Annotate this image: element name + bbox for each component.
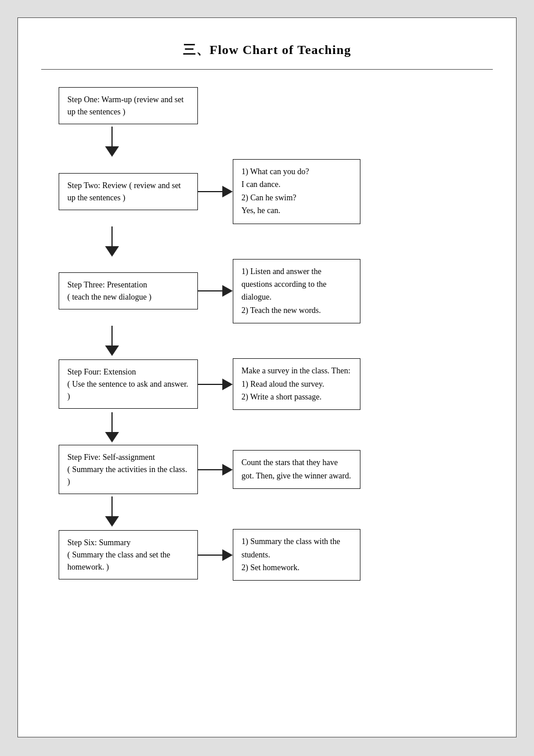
step1-row: Step One: Warm-up (review and set up the…: [59, 87, 198, 124]
down-line: [111, 326, 113, 345]
step6-box: Step Six: Summary ( Summary the class an…: [59, 530, 198, 579]
step5-side: Count the stars that they have got. Then…: [233, 450, 360, 489]
arrow-down-4: [105, 410, 119, 445]
step4-side: Make a survey in the class. Then: 1) Rea…: [233, 358, 360, 410]
step2-side: 1) What can you do? I can dance. 2) Can …: [233, 159, 360, 224]
step3-row: Step Three: Presentation ( teach the new…: [59, 259, 360, 324]
step6-side: 1) Summary the class with the students. …: [233, 529, 360, 581]
page-title: 三、Flow Chart of Teaching: [41, 35, 493, 70]
step5-box: Step Five: Self-assignment ( Summary the…: [59, 445, 198, 494]
step2-row: Step Two: Review ( review and set up the…: [59, 159, 360, 224]
step3-side: 1) Listen and answer the questions accor…: [233, 259, 360, 324]
step1-box: Step One: Warm-up (review and set up the…: [59, 87, 198, 124]
down-head: [105, 345, 119, 356]
down-head: [105, 516, 119, 527]
flowchart: Step One: Warm-up (review and set up the…: [41, 87, 493, 581]
arrow-down-5: [105, 494, 119, 529]
page: 三、Flow Chart of Teaching Step One: Warm-…: [17, 17, 517, 737]
step6-row: Step Six: Summary ( Summary the class an…: [59, 529, 360, 581]
down-line: [111, 226, 113, 246]
step4-box: Step Four: Extension ( Use the sentence …: [59, 359, 198, 409]
down-line: [111, 496, 113, 516]
arrow-down-1: [105, 124, 119, 159]
step2-box: Step Two: Review ( review and set up the…: [59, 173, 198, 210]
down-head: [105, 146, 119, 157]
down-head: [105, 246, 119, 257]
step3-box: Step Three: Presentation ( teach the new…: [59, 272, 198, 309]
arrow-down-3: [105, 323, 119, 358]
down-head: [105, 432, 119, 442]
arrow-down-2: [105, 224, 119, 259]
down-line: [111, 412, 113, 432]
step5-row: Step Five: Self-assignment ( Summary the…: [59, 445, 360, 494]
step4-row: Step Four: Extension ( Use the sentence …: [59, 358, 360, 410]
down-line: [111, 127, 113, 146]
